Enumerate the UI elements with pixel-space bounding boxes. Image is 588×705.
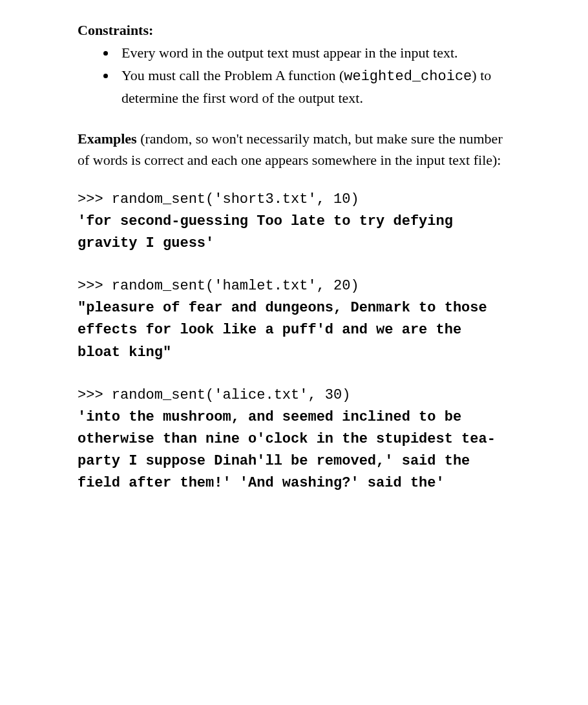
example-output: 'for second-guessing Too late to try def… [78,213,461,251]
constraints-heading: Constraints: [78,22,153,38]
example-input: >>> random_sent('alice.txt', 30) [78,387,350,403]
examples-intro-section: Examples (random, so won't necessarily m… [78,128,510,171]
example-input: >>> random_sent('hamlet.txt', 20) [78,278,359,294]
example-block: >>> random_sent('alice.txt', 30) 'into t… [78,384,510,494]
constraint-code: weighted_choice [344,68,472,85]
example-block: >>> random_sent('short3.txt', 10) 'for s… [78,189,510,255]
constraints-list: Every word in the output text must appea… [116,42,510,109]
examples-heading: Examples [78,131,137,147]
constraint-item: Every word in the output text must appea… [116,42,510,63]
example-input: >>> random_sent('short3.txt', 10) [78,191,359,207]
constraint-item: You must call the Problem A function (we… [116,65,510,109]
examples-intro-text: (random, so won't necessarily match, but… [78,131,503,168]
constraint-text: Every word in the output text must appea… [121,45,458,61]
constraints-section: Constraints: Every word in the output te… [78,19,510,109]
example-block: >>> random_sent('hamlet.txt', 20) "pleas… [78,275,510,363]
example-output: "pleasure of fear and dungeons, Denmark … [78,300,496,360]
constraint-text-before: You must call the Problem A function ( [121,67,344,83]
example-output: 'into the mushroom, and seemed inclined … [78,409,496,491]
